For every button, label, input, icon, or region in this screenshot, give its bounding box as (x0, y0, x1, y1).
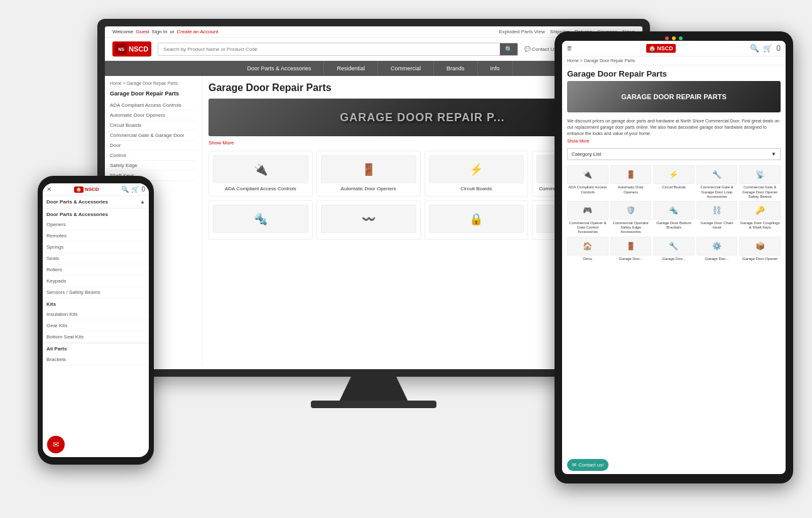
tablet-product-opener-control[interactable]: 🎮 Commercial Opener & Gate Control Acces… (567, 201, 609, 235)
phone-frame: ✕ 🏠 NSCD 🔍 🛒 0 Door Parts & Accessories … (38, 176, 154, 465)
phone-link-keypads[interactable]: Keypads (43, 276, 149, 287)
phone-link-gear[interactable]: Gear Kits (43, 320, 149, 332)
tablet-product-bottom-brackets[interactable]: 🔩 Garage Door Bottom Brackets (653, 201, 695, 235)
search-input[interactable] (158, 43, 500, 55)
phone-header-icons: 🔍 🛒 0 (121, 186, 145, 193)
phone: ✕ 🏠 NSCD 🔍 🛒 0 Door Parts & Accessories … (38, 176, 154, 465)
sidebar-door-link[interactable]: Door (110, 141, 197, 151)
tablet-product-gd2-name: Garage Doo... (653, 257, 695, 261)
nav-commercial[interactable]: Commercial (378, 61, 434, 76)
phone-link-seals[interactable]: Seals (43, 253, 149, 264)
phone-link-bottom-seal[interactable]: Bottom Seal Kits (43, 332, 149, 343)
tablet-header: ☰ 🏠 NSCD 🔍 🛒 0 (562, 41, 786, 57)
tablet-product-safety-beams[interactable]: 📡 Commercial Gate & Garage Door Opener S… (739, 165, 781, 199)
search-button[interactable]: 🔍 (500, 43, 517, 55)
nav-info[interactable]: Info (478, 61, 513, 76)
tablet-header-icons: 🔍 🛒 0 (750, 44, 781, 53)
phone-link-openers[interactable]: Openers (43, 219, 149, 230)
tablet-logo-text: NSCD (657, 45, 673, 51)
phone-link-remotes[interactable]: Remotes (43, 230, 149, 242)
phone-link-rollers[interactable]: Rollers (43, 264, 149, 276)
tablet-product-bottom-brackets-image: 🔩 (653, 201, 695, 220)
create-account-label[interactable]: Create an Account (177, 29, 219, 35)
phone-menu-chevron-icon: ▲ (140, 199, 145, 205)
sign-in-label[interactable]: Sign In (152, 29, 168, 35)
tablet-product-chain-hoist[interactable]: ⛓️ Garage Door Chain Hoist (696, 201, 738, 235)
tablet-product-circuit[interactable]: ⚡ Circuit Boards (653, 165, 695, 199)
phone-logo-text: NSCD (85, 186, 99, 192)
desktop-breadcrumb: Home > Garage Door Repair Parts (110, 81, 197, 85)
tablet-product-safety-edge[interactable]: 🛡️ Commercial Operator Safety Edge Acces… (610, 201, 652, 235)
tablet-product-chain-hoist-name: Garage Door Chain Hoist (696, 221, 738, 230)
sidebar-auto-openers-link[interactable]: Automatic Door Openers (110, 111, 197, 121)
sidebar-ada-link[interactable]: ADA Compliant Access Controls (110, 100, 197, 111)
tablet-breadcrumb: Home > Garage Door Repair Parts (562, 57, 786, 65)
tablet-logo[interactable]: 🏠 NSCD (646, 44, 676, 53)
sidebar-commercial-gate-link[interactable]: Commercial Gate & Garage Door (110, 131, 197, 141)
tablet-product-auto-name: Automatic Door Openers (610, 185, 652, 194)
tablet-category-dropdown[interactable]: Category List ▼ (567, 148, 781, 160)
phone-link-brackets[interactable]: Brackets (43, 354, 149, 365)
tablet-product-safety-beams-image: 📡 (739, 165, 781, 184)
tablet-product-opener[interactable]: 📦 Garage Door Opener (739, 237, 781, 261)
tablet-product-gd2[interactable]: 🔧 Garage Doo... (653, 237, 695, 261)
guest-label[interactable]: Guest (136, 29, 149, 35)
tablet-product-gd1-image: 🚪 (610, 237, 652, 256)
sidebar-safety-edge-link[interactable]: Safety Edge (110, 161, 197, 171)
tablet-menu-icon[interactable]: ☰ (567, 46, 571, 51)
sidebar-control-link[interactable]: Control (110, 151, 197, 161)
tablet-product-gd3[interactable]: ⚙️ Garage Doo... (696, 237, 738, 261)
product-ada[interactable]: 🔌 ADA Compliant Access Controls (208, 151, 313, 197)
phone-sub-section-title: Door Parts & Accessories (43, 208, 149, 219)
tablet-contact-icon: ✉ (572, 462, 577, 468)
desktop-logo[interactable]: NS NSCD (112, 41, 151, 57)
product-circuit-image: ⚡ (429, 155, 524, 183)
nav-brands[interactable]: Brands (434, 61, 478, 76)
tablet-product-circuit-image: ⚡ (653, 165, 695, 184)
phone-menu-header[interactable]: Door Parts & Accessories ▲ (43, 196, 149, 208)
tablet-banner-text: GARAGE DOOR REPAIR PARTS (621, 93, 727, 100)
phone-email-button[interactable]: ✉ (47, 436, 65, 453)
phone-link-springs[interactable]: Springs (43, 242, 149, 253)
tablet-show-more[interactable]: Show More (562, 139, 786, 146)
tablet-banner: GARAGE DOOR REPAIR PARTS (567, 81, 781, 112)
product-row2-2[interactable]: 〰️ (317, 200, 421, 240)
tablet-product-ada[interactable]: 🔌 ADA Compliant Access Controls (567, 165, 609, 199)
product-circuit[interactable]: ⚡ Circuit Boards (425, 151, 529, 197)
scene: Welcome Guest Sign In or Create an Accou… (0, 0, 812, 518)
product-auto-image: 🚪 (321, 155, 416, 183)
phone-close-button[interactable]: ✕ (46, 186, 51, 193)
tablet-product-couplings-image: 🔑 (739, 201, 781, 220)
phone-link-insulation[interactable]: Insulation Kits (43, 309, 149, 320)
or-label: or (170, 29, 174, 35)
tablet-product-auto[interactable]: 🚪 Automatic Door Openers (610, 165, 652, 199)
tablet-product-couplings-name: Garage Door Couplings & Shaft Keys (739, 221, 781, 230)
product-row2-1-image: 🔩 (213, 205, 308, 233)
tablet-search-icon[interactable]: 🔍 (750, 44, 759, 53)
tablet-product-couplings[interactable]: 🔑 Garage Door Couplings & Shaft Keys (739, 201, 781, 235)
logo-icon: NS (116, 43, 127, 55)
product-row2-3-image: 🔒 (429, 205, 524, 233)
phone-search-icon[interactable]: 🔍 (121, 186, 129, 193)
nav-door-parts[interactable]: Door Parts & Accessories (234, 61, 324, 76)
nav-residential[interactable]: Residential (324, 61, 378, 76)
product-row2-2-image: 〰️ (321, 205, 416, 233)
product-row2-3[interactable]: 🔒 (425, 200, 529, 240)
phone-logo[interactable]: 🏠 NSCD (74, 186, 99, 193)
exploded-parts-link[interactable]: Exploded Parts View (499, 29, 545, 35)
product-row2-1[interactable]: 🔩 (208, 200, 313, 240)
phone-top-bar: ✕ 🏠 NSCD 🔍 🛒 0 (43, 183, 149, 196)
tablet-product-gd1[interactable]: 🚪 Garage Doo... (610, 237, 652, 261)
phone-link-sensors[interactable]: Sensors / Safety Beams (43, 287, 149, 298)
product-auto-openers[interactable]: 🚪 Automatic Door Openers (317, 151, 421, 197)
tablet-product-deco[interactable]: 🏠 Deco (567, 237, 609, 261)
tablet-product-gate-loop[interactable]: 🔧 Commercial Gate & Garage Door Loop Acc… (696, 165, 738, 199)
tablet-cart-icon[interactable]: 🛒 (763, 44, 772, 53)
phone-cart-icon[interactable]: 🛒 (131, 186, 139, 193)
contact-us-button[interactable]: 💬 Contact Us (524, 46, 557, 52)
logo-text: NSCD (129, 45, 148, 53)
tablet-product-deco-image: 🏠 (567, 237, 609, 256)
tablet-product-bottom-brackets-name: Garage Door Bottom Brackets (653, 221, 695, 230)
sidebar-circuit-link[interactable]: Circuit Boards (110, 121, 197, 131)
tablet-contact-button[interactable]: ✉ Contact us! (567, 459, 609, 471)
